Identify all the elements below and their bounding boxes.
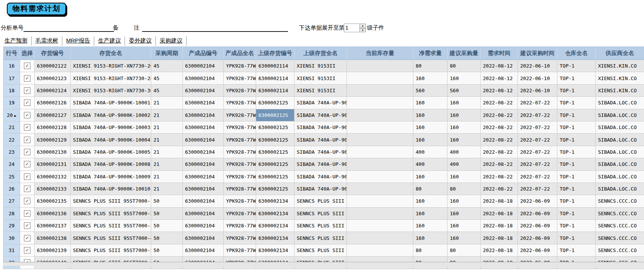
cell-prod_code[interactable]: 6300002104 — [183, 134, 224, 146]
cell-sug_qty[interactable]: 160 — [448, 121, 481, 133]
cell-parent_code[interactable]: 6300002125 — [256, 170, 294, 183]
cell-supplier[interactable]: SIBADA.LOC.CO — [596, 109, 644, 121]
cell-sug_qty[interactable]: 80 — [448, 183, 481, 195]
cell-parent_code[interactable]: 6300002114 — [256, 84, 294, 96]
cell-supplier[interactable]: SIBADA.LOC.CO — [596, 183, 644, 195]
cell-parent_code[interactable]: 6300002125 — [256, 97, 294, 109]
cell-inv_name[interactable]: XIENSI 9153-RIGHT-XN7730-30Y — [71, 84, 151, 96]
cell-prod_code[interactable]: 6300002104 — [183, 60, 224, 72]
cell-supplier[interactable]: XIENSI.KIN.CO — [596, 84, 644, 96]
cell-inv_name[interactable]: XIENSI 9153-RIGHT-XN7730-28Y — [71, 72, 151, 84]
col-header-stock[interactable]: 当前库存量 — [347, 47, 413, 60]
cell-inv_code[interactable]: 6300002124 — [35, 84, 71, 96]
cell-stock[interactable] — [347, 170, 413, 183]
cell-inv_name[interactable]: SIBADA 740A-UP-9000K-10003 — [71, 121, 151, 133]
cell-supplier[interactable]: SENNCS.CCC.CO — [596, 195, 644, 207]
row-number-cell[interactable]: 25 — [3, 170, 20, 183]
cell-net_qty[interactable]: 560 — [413, 84, 448, 96]
cell-parent_name[interactable]: XIENSI 9153II — [294, 84, 347, 96]
row-checkbox[interactable]: ✓ — [24, 112, 30, 118]
cell-prod_code[interactable]: 6300002104 — [183, 183, 224, 195]
row-number-cell[interactable]: 21 — [3, 121, 20, 133]
cell-inv_code[interactable]: 6300002131 — [35, 158, 71, 170]
cell-prod_name[interactable]: YPK928-77W — [224, 121, 256, 133]
row-checkbox[interactable]: ✓ — [24, 124, 30, 131]
cell-stock[interactable] — [347, 220, 413, 232]
cell-supplier[interactable]: SIBADA.LOC.CO — [596, 146, 644, 158]
cell-warehouse[interactable]: TOP-1 — [557, 207, 596, 219]
row-number-cell[interactable]: 31 — [3, 244, 20, 256]
cell-warehouse[interactable]: TOP-1 — [557, 109, 596, 121]
cell-inv_code[interactable]: 6300002139 — [35, 244, 71, 256]
cell-prod_name[interactable]: YPK928-77W — [224, 97, 256, 109]
cell-sug_qty[interactable]: 160 — [448, 134, 481, 146]
cell-sug_date[interactable]: 2022-06-09 — [518, 220, 557, 232]
cell-parent_name[interactable]: SENNCS PLUS SIII — [294, 195, 347, 207]
cell-prod_name[interactable]: YPK928-77W — [224, 195, 256, 207]
cell-sug_date[interactable]: 2022-06-10 — [518, 60, 557, 72]
cell-cycle[interactable]: 50 — [151, 232, 183, 244]
cell-inv_name[interactable]: SENNCS PLUS SIII 95ST7000-30 — [71, 220, 151, 232]
cell-demand_date[interactable]: 2022-08-22 — [481, 183, 518, 195]
cell-parent_name[interactable]: SIBADA 740A-UP-9000K — [294, 121, 347, 133]
cell-sug_qty[interactable]: 400 — [448, 146, 481, 158]
tab-outsource-suggest[interactable]: 委外建议 — [125, 36, 156, 46]
cell-cycle[interactable]: 21 — [151, 170, 183, 183]
cell-parent_code[interactable]: 6300002125 — [256, 121, 294, 133]
cell-warehouse[interactable]: TOP-1 — [557, 146, 596, 158]
cell-parent_code[interactable]: 6300002114 — [256, 60, 294, 72]
cell-prod_name[interactable]: YPK928-77W — [224, 220, 256, 232]
cell-parent_name[interactable]: XIENSI 9153II — [294, 72, 347, 84]
cell-sug_date[interactable]: 2022-07-22 — [518, 121, 557, 133]
cell-parent_name[interactable]: SIBADA 740A-UP-9000K — [294, 170, 347, 183]
cell-stock[interactable] — [347, 244, 413, 256]
cell-parent_code[interactable]: 6300002125 — [256, 183, 294, 195]
spinner-down-icon[interactable]: ▼ — [359, 28, 366, 33]
col-header-prod_code[interactable]: 产成品编号 — [183, 47, 224, 60]
cell-prod_name[interactable]: YPK928-77W — [224, 134, 256, 146]
cell-cycle[interactable]: 45 — [151, 72, 183, 84]
cell-inv_name[interactable]: SIBADA 740A-UP-9000K-10004 — [71, 134, 151, 146]
cell-parent_name[interactable]: SENNCS PLUS SIII — [294, 232, 347, 244]
cell-stock[interactable] — [347, 232, 413, 244]
col-header-demand_date[interactable]: 需求时间 — [481, 47, 518, 60]
cell-net_qty[interactable]: 160 — [413, 195, 448, 207]
cell-prod_name[interactable]: YPK928-77W — [224, 84, 256, 96]
cell-inv_code[interactable]: 6300002130 — [35, 146, 71, 158]
col-header-inv_code[interactable]: 存货编号 — [35, 47, 71, 60]
cell-cycle[interactable]: 50 — [151, 220, 183, 232]
row-checkbox[interactable]: ✓ — [24, 222, 30, 229]
cell-prod_name[interactable]: YPK928-77W — [224, 109, 256, 121]
col-header-row_no[interactable]: 行号 — [3, 47, 20, 60]
cell-parent_code[interactable]: 6300002134 — [256, 232, 294, 244]
cell-cycle[interactable]: 21 — [151, 97, 183, 109]
col-header-parent_code[interactable]: 上级存货编号 — [256, 47, 294, 60]
cell-warehouse[interactable]: TOP-1 — [557, 60, 596, 72]
cell-inv_code[interactable]: 6300002129 — [35, 134, 71, 146]
cell-net_qty[interactable]: 160 — [413, 121, 448, 133]
cell-inv_code[interactable]: 6300002127 — [35, 109, 71, 121]
cell-prod_code[interactable]: 6300002104 — [183, 220, 224, 232]
cell-supplier[interactable]: SENNCS.CCC.CO — [596, 232, 644, 244]
cell-cycle[interactable]: 50 — [151, 207, 183, 219]
cell-supplier[interactable]: SIBADA.LOC.CO — [596, 158, 644, 170]
analysis-no-input[interactable] — [24, 24, 114, 32]
cell-prod_name[interactable]: YPK928-77W — [224, 158, 256, 170]
cell-warehouse[interactable]: TOP-1 — [557, 72, 596, 84]
cell-inv_code[interactable]: 6300002137 — [35, 220, 71, 232]
cell-demand_date[interactable]: 2022-08-12 — [481, 72, 518, 84]
cell-warehouse[interactable]: TOP-1 — [557, 195, 596, 207]
cell-cycle[interactable]: 21 — [151, 146, 183, 158]
cell-prod_code[interactable]: 6300002104 — [183, 158, 224, 170]
cell-prod_name[interactable]: YPK928-77W — [224, 60, 256, 72]
row-checkbox[interactable]: ✓ — [24, 99, 30, 106]
cell-supplier[interactable]: XIENSI.KIN.CO — [596, 60, 644, 72]
cell-sug_date[interactable]: 2022-07-22 — [518, 134, 557, 146]
cell-inv_code[interactable]: 6300002135 — [35, 195, 71, 207]
grid-bottom-scroll-strip[interactable] — [3, 262, 644, 266]
cell-net_qty[interactable]: 160 — [413, 72, 448, 84]
cell-cycle[interactable]: 50 — [151, 195, 183, 207]
cell-prod_code[interactable]: 6300002104 — [183, 195, 224, 207]
cell-cycle[interactable]: 21 — [151, 121, 183, 133]
cell-inv_name[interactable]: SIBADA 740A-UP-9000K-10005 — [71, 146, 151, 158]
